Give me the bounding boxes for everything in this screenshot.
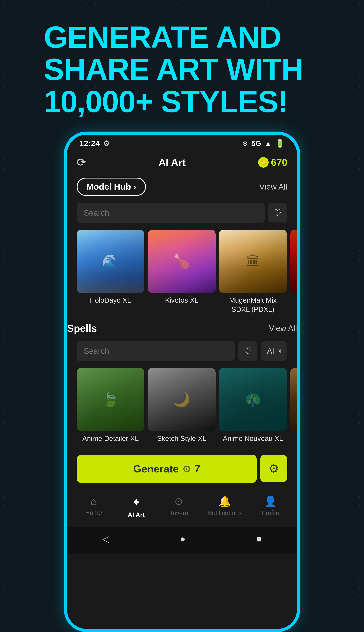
nav-profile[interactable]: 👤 Profile <box>256 495 284 519</box>
nav-ai-art[interactable]: ✦ AI Art <box>122 495 150 519</box>
spells-favorites-button[interactable]: ♡ <box>238 342 258 361</box>
spell-card-4-image <box>290 368 297 431</box>
spells-cards-row: 🍃 Anime Detailer XL 🌙 Sketch Style XL 🦚 <box>67 365 297 448</box>
spells-heart-icon: ♡ <box>244 346 252 356</box>
android-recents-button[interactable]: ■ <box>256 534 262 544</box>
spells-all-label: All <box>267 346 276 356</box>
spell-card-4-partial[interactable] <box>290 368 297 444</box>
model-card-4-partial[interactable] <box>290 230 297 315</box>
spells-filter-button[interactable]: All ^ ^ <box>261 342 287 361</box>
spell-card-3-image: 🦚 <box>219 368 287 431</box>
spell-card-2-image: 🌙 <box>148 368 216 431</box>
profile-icon: 👤 <box>264 495 277 507</box>
bottom-nav: ⌂ Home ✦ AI Art ⊙ Tavern 🔔 Notifications… <box>67 490 297 527</box>
model-cards-row: 🌊 HoloDayo XL 🍗 Kivotos XL 🏛 <box>67 226 297 319</box>
coin-badge[interactable]: 😶 670 <box>258 157 287 168</box>
model-card-3-label: MugenMaluMix SDXL (PDXL) <box>219 293 287 315</box>
spells-view-all[interactable]: View All <box>269 324 297 333</box>
app-title: AI Art <box>158 156 186 168</box>
generate-cost: 7 <box>194 463 200 475</box>
profile-label: Profile <box>262 509 279 517</box>
model-card-1-image: 🌊 <box>77 230 144 293</box>
model-favorites-button[interactable]: ♡ <box>268 203 287 222</box>
android-back-button[interactable]: ◁ <box>102 534 110 544</box>
spell-card-3-label: Anime Nouveau XL <box>219 431 287 444</box>
home-label: Home <box>85 509 102 517</box>
nav-tavern[interactable]: ⊙ Tavern <box>165 495 193 519</box>
model-card-3-image: 🏛 <box>219 230 287 293</box>
generate-button[interactable]: Generate ⊙ 7 <box>77 455 257 483</box>
spells-search-input[interactable] <box>77 341 235 361</box>
spells-label: Spells <box>67 322 97 334</box>
model-card-2-image: 🍗 <box>148 230 216 293</box>
notifications-label: Notifications <box>208 509 242 517</box>
network-label: 5G <box>251 139 261 148</box>
app-content: ⟳ AI Art 😶 670 Model Hub › View All ♡ <box>67 150 297 632</box>
generate-settings-button[interactable]: ⚙ <box>260 455 287 482</box>
spell-card-1[interactable]: 🍃 Anime Detailer XL <box>77 368 144 444</box>
spells-chevron-icon: ^ ^ <box>278 347 282 356</box>
model-search-input[interactable] <box>77 203 264 223</box>
signal-bars-icon: ▲ <box>264 140 272 147</box>
model-hub-view-all[interactable]: View All <box>259 182 287 191</box>
status-right: ⊖ 5G ▲ 🔋 <box>242 139 285 148</box>
spell-card-2[interactable]: 🌙 Sketch Style XL <box>148 368 216 444</box>
android-home-button[interactable]: ● <box>180 534 186 544</box>
model-card-2[interactable]: 🍗 Kivotos XL <box>148 230 216 315</box>
tavern-icon: ⊙ <box>174 495 183 507</box>
model-card-3[interactable]: 🏛 MugenMaluMix SDXL (PDXL) <box>219 230 287 315</box>
top-nav: ⟳ AI Art 😶 670 <box>67 150 297 174</box>
spells-header-row: Spells View All <box>67 319 297 338</box>
model-search-row: ♡ <box>67 199 297 226</box>
spell-card-3[interactable]: 🦚 Anime Nouveau XL <box>219 368 287 444</box>
nav-notifications[interactable]: 🔔 Notifications <box>208 495 242 519</box>
model-hub-button[interactable]: Model Hub › <box>77 178 146 196</box>
nav-home[interactable]: ⌂ Home <box>80 495 108 519</box>
model-hub-row: Model Hub › View All <box>67 174 297 199</box>
spell-card-1-label: Anime Detailer XL <box>77 431 144 444</box>
spell-card-1-image: 🍃 <box>77 368 144 431</box>
ai-art-icon: ✦ <box>131 495 141 509</box>
status-time: 12:24 ⚙ <box>79 139 110 148</box>
tavern-label: Tavern <box>170 509 188 517</box>
home-icon: ⌂ <box>90 495 96 507</box>
model-hub-label: Model Hub <box>86 182 131 192</box>
time-display: 12:24 <box>79 139 100 148</box>
spell-card-2-label: Sketch Style XL <box>148 431 216 444</box>
settings-icon: ⚙ <box>103 139 110 148</box>
generate-cost-icon: ⊙ <box>182 463 190 474</box>
heart-icon: ♡ <box>274 208 282 218</box>
coin-icon: 😶 <box>258 157 268 168</box>
model-card-1[interactable]: 🌊 HoloDayo XL <box>77 230 144 315</box>
generate-row: Generate ⊙ 7 ⚙ <box>67 448 297 490</box>
hero-section: GENERATE AND SHARE ART WITH 10,000+ STYL… <box>33 21 331 118</box>
signal-indicator: ⊖ <box>242 140 248 147</box>
model-card-4-image <box>290 230 297 293</box>
ai-art-label: AI Art <box>128 511 145 519</box>
model-card-1-label: HoloDayo XL <box>77 293 144 306</box>
status-bar: 12:24 ⚙ ⊖ 5G ▲ 🔋 <box>67 135 297 150</box>
android-nav-bar: ◁ ● ■ <box>67 527 297 554</box>
notifications-icon: 🔔 <box>218 495 231 507</box>
gear-icon: ⚙ <box>268 462 279 475</box>
generate-label: Generate <box>133 463 179 475</box>
model-card-2-label: Kivotos XL <box>148 293 216 306</box>
phone-shell: 12:24 ⚙ ⊖ 5G ▲ 🔋 ⟳ AI Art 😶 670 Model Hu… <box>64 132 300 632</box>
model-hub-arrow: › <box>134 182 136 192</box>
coin-count: 670 <box>271 157 287 168</box>
hero-title: GENERATE AND SHARE ART WITH 10,000+ STYL… <box>44 21 331 118</box>
history-icon[interactable]: ⟳ <box>77 156 86 169</box>
spells-search-row: ♡ All ^ ^ <box>67 338 297 365</box>
battery-icon: 🔋 <box>275 139 285 148</box>
